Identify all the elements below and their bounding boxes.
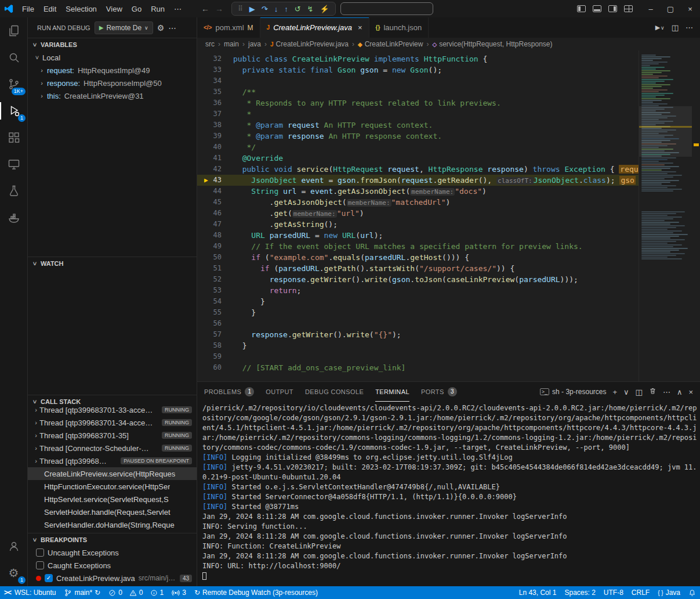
scope-row-local[interactable]: ˅ Local — [28, 51, 197, 64]
close-button[interactable]: × — [680, 0, 700, 17]
panel-tab-debug-console[interactable]: DEBUG CONSOLE — [305, 382, 364, 402]
code-line[interactable]: 55 } — [197, 307, 700, 318]
start-debug-icon[interactable]: ▶ — [99, 24, 104, 31]
branch-item[interactable]: main* ↻ — [60, 586, 104, 599]
line-number[interactable]: 47 — [213, 219, 222, 230]
line-number[interactable]: 34 — [213, 75, 222, 86]
variable-row[interactable]: ›request:HttpRequestImpl@49 — [28, 64, 197, 77]
code-line[interactable]: 60 // [START add_ons_case_preview_link] — [197, 362, 700, 373]
code-line[interactable]: 58 } — [197, 340, 700, 351]
panel-tab-output[interactable]: OUTPUT — [266, 382, 293, 402]
line-number[interactable]: 58 — [213, 340, 222, 351]
problems-item[interactable]: 0 0 1 — [104, 586, 168, 599]
breakpoints-header[interactable]: ˅ BREAKPOINTS — [28, 533, 197, 546]
toggle-sidebar-icon[interactable] — [577, 5, 586, 12]
twistie-icon[interactable]: › — [32, 457, 39, 464]
breadcrumb-segment[interactable]: java — [248, 40, 261, 48]
line-number[interactable]: 60 — [213, 362, 222, 373]
scrollbar[interactable] — [692, 50, 700, 381]
maximize-button[interactable]: ▢ — [661, 0, 680, 17]
line-number[interactable]: 44 — [213, 186, 222, 197]
breakpoint-checkbox[interactable] — [36, 549, 44, 557]
line-number[interactable]: 38 — [213, 120, 222, 131]
code-line[interactable]: 49 // If the event object URL matches a … — [197, 241, 700, 252]
customize-layout-icon[interactable] — [624, 5, 633, 12]
line-number[interactable]: 36 — [213, 98, 222, 109]
restart-icon[interactable]: ↺ — [295, 5, 301, 13]
code-line[interactable]: 47 .getAsString(); — [197, 219, 700, 230]
line-number[interactable]: 43 — [213, 175, 222, 186]
line-number[interactable]: 55 — [213, 307, 222, 318]
breadcrumb-segment[interactable]: src — [205, 40, 215, 48]
step-out-icon[interactable]: ↑ — [284, 5, 288, 13]
breadcrumb-segment[interactable]: main — [224, 40, 239, 48]
line-number[interactable]: 48 — [213, 230, 222, 241]
code-line[interactable]: 51 if (parsedURL.getPath().startsWith("/… — [197, 263, 700, 274]
indentation[interactable]: Spaces: 2 — [560, 586, 599, 599]
panel-tab-ports[interactable]: PORTS3 — [421, 382, 457, 402]
thread-row[interactable]: ›Thread [qtp399683701-34-acce…RUNNING — [28, 416, 197, 429]
terminal-instance[interactable]: >_ sh - 3p-resources — [540, 388, 607, 396]
disconnect-icon[interactable]: ↯ — [307, 5, 314, 13]
continue-icon[interactable]: ▶ — [249, 5, 255, 13]
code-line[interactable]: ▶43 JsonObject event = gson.fromJson(req… — [197, 175, 700, 186]
code-line[interactable]: 48 URL parsedURL = new URL(url); — [197, 230, 700, 241]
back-icon[interactable]: ← — [201, 4, 209, 13]
close-panel-icon[interactable]: × — [688, 388, 693, 396]
line-number[interactable]: 53 — [213, 285, 222, 296]
panel-tab-problems[interactable]: PROBLEMS1 — [204, 382, 254, 402]
explorer-icon[interactable] — [0, 17, 27, 44]
menu-run[interactable]: Run — [146, 5, 169, 13]
extensions-icon[interactable] — [0, 124, 27, 151]
accounts-icon[interactable] — [0, 533, 27, 560]
menu-file[interactable]: File — [17, 5, 39, 13]
stack-frame-row[interactable]: HttpServlet.service(ServletRequest,S — [28, 493, 197, 506]
line-number[interactable]: 56 — [213, 318, 222, 329]
breakpoint-checkbox[interactable] — [36, 561, 44, 569]
code-line[interactable]: 56 — [197, 318, 700, 329]
code-line[interactable]: 38 * @param request An HTTP request cont… — [197, 120, 700, 131]
stack-frame-row[interactable]: HttpFunctionExecutor.service(HttpSer — [28, 480, 197, 493]
code-line[interactable]: 54 } — [197, 296, 700, 307]
forwarded-ports-item[interactable]: 3 — [168, 586, 190, 599]
breakpoint-row[interactable]: ✓CreateLinkPreview.javasrc/main/java43 — [28, 572, 197, 584]
thread-row[interactable]: ›Thread [qtp399683701-33-acce…RUNNING — [28, 403, 197, 416]
breakpoint-row[interactable]: Uncaught Exceptions — [28, 546, 197, 559]
search-icon[interactable] — [0, 44, 27, 71]
line-number[interactable]: 39 — [213, 131, 222, 142]
thread-row[interactable]: ›Thread [Connector-Scheduler-…RUNNING — [28, 442, 197, 454]
testing-icon[interactable] — [0, 178, 27, 204]
split-terminal-icon[interactable]: ◫ — [636, 388, 643, 396]
run-debug-icon[interactable]: 1 — [0, 98, 27, 124]
run-java-button[interactable]: ▶∨ — [655, 24, 665, 31]
watch-header[interactable]: ˅ WATCH — [28, 257, 197, 270]
code-line[interactable]: 42 public void service(HttpRequest reque… — [197, 164, 700, 175]
toggle-panel-icon[interactable] — [593, 5, 601, 12]
thread-row[interactable]: ›Thread [qtp39968…PAUSED ON BREAKPOINT — [28, 454, 197, 467]
code-line[interactable]: 36 * Responds to any HTTP request relate… — [197, 98, 700, 109]
search-input[interactable] — [340, 2, 433, 15]
new-terminal-icon[interactable]: + — [612, 388, 617, 396]
stack-frame-row[interactable]: ServletHolder.handle(Request,Servlet — [28, 506, 197, 518]
menu-selection[interactable]: Selection — [61, 5, 101, 13]
code-line[interactable]: 50 if ("example.com".equals(parsedURL.ge… — [197, 252, 700, 263]
terminal-dropdown-icon[interactable]: ∨ — [623, 388, 629, 396]
editor-tab[interactable]: </>pom.xmlM — [197, 17, 260, 38]
line-number[interactable]: 51 — [213, 263, 222, 274]
stack-frame-row[interactable]: ServletHandler.doHandle(String,Reque — [28, 518, 197, 531]
code-line[interactable]: 37 * — [197, 109, 700, 120]
toggle-secondary-sidebar-icon[interactable] — [608, 5, 617, 12]
line-number[interactable]: 54 — [213, 296, 222, 307]
twistie-icon[interactable]: › — [38, 80, 45, 86]
source-control-icon[interactable]: 1K+ — [0, 71, 27, 98]
remote-explorer-icon[interactable] — [0, 151, 27, 178]
step-into-icon[interactable]: ↓ — [274, 5, 278, 13]
menu-edit[interactable]: Edit — [39, 5, 61, 13]
code-line[interactable]: 40 */ — [197, 142, 700, 153]
code-line[interactable]: 53 return; — [197, 285, 700, 296]
line-number[interactable]: 59 — [213, 351, 222, 362]
code-line[interactable]: 32public class CreateLinkPreview impleme… — [197, 53, 700, 64]
line-number[interactable]: 45 — [213, 197, 222, 208]
menu-more[interactable]: ⋯ — [169, 5, 186, 13]
views-more-icon[interactable]: ⋯ — [168, 23, 176, 33]
